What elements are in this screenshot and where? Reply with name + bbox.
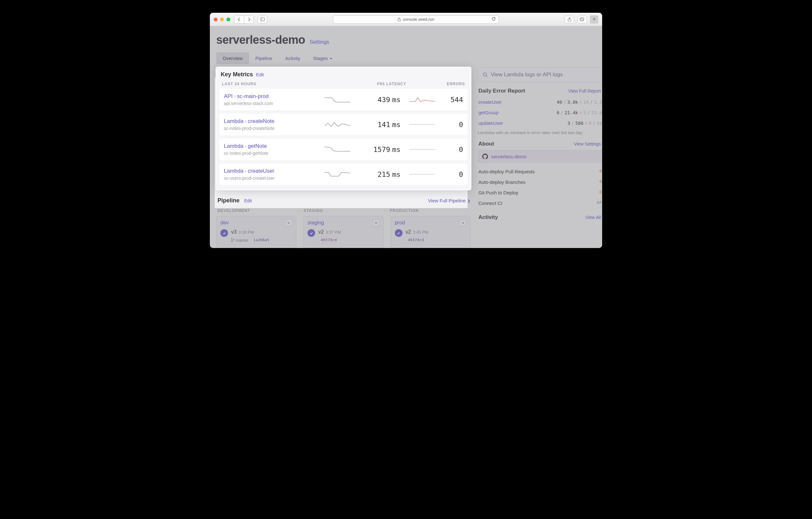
activity-title: Activity: [478, 214, 498, 221]
error-sparkline-icon: [409, 146, 435, 153]
stage-card-staging[interactable]: staging v23:37 PM 4937dcd: [303, 216, 383, 248]
metric-row[interactable]: API›sc-main-prod api.serverless-stack.co…: [220, 89, 468, 110]
chevron-down-icon: [375, 220, 377, 226]
new-tab-button[interactable]: +: [590, 15, 598, 24]
key-metrics-edit[interactable]: Edit: [256, 72, 264, 77]
stage-name: staging: [308, 220, 324, 226]
tabs-button[interactable]: [577, 16, 587, 23]
chevron-down-icon: [287, 220, 290, 226]
pipeline-panel: Pipeline Edit View Full Pipeline DEVELOP…: [216, 197, 471, 248]
error-fn-name[interactable]: updateUser: [478, 120, 503, 126]
view-settings-link[interactable]: View Settings: [574, 141, 602, 146]
build-version: v3: [231, 229, 237, 235]
tab-pipeline[interactable]: Pipeline: [249, 52, 279, 64]
error-sparkline-icon: [409, 121, 435, 128]
build-time: 3:37 PM: [326, 230, 341, 235]
sidebar-toggle-button[interactable]: [258, 16, 267, 23]
stage-menu-button[interactable]: [285, 220, 292, 226]
success-icon: [221, 229, 228, 237]
close-window-icon[interactable]: [214, 18, 218, 21]
build-time: 3:45 PM: [413, 230, 428, 235]
error-fn-name[interactable]: getGroup: [478, 110, 498, 115]
stage-label-prod: PRODUCTION: [390, 209, 469, 213]
app-title: serverless-demo: [216, 33, 305, 47]
metric-row[interactable]: Lambda›createNote sc-notes-prod-createNo…: [220, 114, 468, 135]
stage-card-prod[interactable]: prod v23:45 PM 4937dcd: [391, 216, 471, 248]
error-row[interactable]: updateUser 3/586↑0/588: [478, 118, 602, 128]
commit-sha[interactable]: 4937dcd: [318, 237, 339, 243]
latency-value: 1579: [374, 145, 390, 154]
about-label: Connect CI: [478, 200, 502, 206]
address-bar[interactable]: console.seed.run: [333, 15, 499, 24]
metric-row[interactable]: Lambda›getNote sc-notes-prod-getNote 157…: [220, 139, 468, 160]
toggle-state[interactable]: OFF: [597, 200, 602, 206]
view-full-pipeline-label: View Full Pipeline: [428, 198, 466, 203]
view-all-activity-link[interactable]: View All: [585, 215, 602, 220]
pipeline-edit[interactable]: Edit: [244, 198, 252, 203]
error-count: 544: [441, 96, 463, 104]
branch-label: master: [231, 238, 249, 243]
error-row[interactable]: createUser 40/3.0k↑14/3.3k: [478, 97, 602, 107]
error-stat: 586: [575, 121, 583, 126]
minimize-window-icon[interactable]: [220, 18, 224, 21]
metric-type: Lambda: [224, 168, 243, 174]
latency-unit: ms: [392, 145, 401, 154]
page: serverless-demo Settings Overview Pipeli…: [210, 26, 602, 248]
stage-card-dev[interactable]: dev v33:38 PM master 1a2: [216, 216, 296, 248]
error-stat: 23.8k: [591, 110, 602, 115]
pipeline-title: Pipeline: [218, 197, 239, 203]
chevron-down-icon: [462, 220, 464, 226]
toggle-state[interactable]: ON: [600, 169, 602, 174]
reload-icon[interactable]: [491, 17, 496, 22]
build-version: v2: [318, 229, 324, 235]
share-button[interactable]: [564, 16, 574, 23]
svg-rect-0: [261, 18, 265, 21]
forward-button[interactable]: [244, 16, 254, 23]
tab-activity[interactable]: Activity: [279, 52, 307, 64]
latency-sparkline-icon: [325, 145, 350, 154]
arrow-right-icon: →: [297, 209, 303, 213]
metric-name: createUser: [248, 168, 274, 174]
tab-overview[interactable]: Overview: [216, 52, 249, 64]
column-header-period: LAST 24 HOURS: [222, 82, 356, 86]
tab-stages[interactable]: Stages: [307, 52, 339, 64]
error-count: 0: [441, 145, 463, 154]
error-stat: 3.3k: [594, 100, 602, 105]
stage-menu-button[interactable]: [373, 220, 379, 226]
success-icon: [395, 229, 403, 237]
settings-link[interactable]: Settings: [310, 39, 329, 45]
error-stat: 0: [589, 121, 591, 126]
error-count: 0: [441, 170, 463, 179]
error-row[interactable]: getGroup 6/21.4k↑3/23.8k: [478, 107, 602, 118]
back-button[interactable]: [234, 16, 244, 23]
commit-sha[interactable]: 4937dcd: [406, 237, 427, 243]
error-report-title: Daily Error Report: [478, 88, 525, 94]
latency-sparkline-icon: [325, 95, 350, 104]
search-icon: [483, 72, 488, 77]
error-stat: 3: [568, 121, 570, 126]
svg-line-13: [486, 76, 487, 77]
error-stat: 3: [583, 110, 586, 115]
maximize-window-icon[interactable]: [227, 18, 230, 21]
repo-link[interactable]: serverless-demo: [478, 150, 602, 163]
log-search-input[interactable]: View Lambda logs or API logs: [478, 67, 602, 82]
toggle-state[interactable]: ON: [600, 190, 602, 195]
metric-type: Lambda: [224, 143, 243, 149]
metric-row[interactable]: Lambda›createUser sc-users-prod-createUs…: [220, 163, 468, 185]
chevron-right-icon: [467, 198, 469, 203]
latency-sparkline-icon: [325, 120, 350, 129]
chevron-down-icon: [330, 56, 332, 61]
activity-panel: Activity View All: [478, 214, 602, 221]
about-label: Auto-deploy Branches: [478, 180, 526, 185]
view-full-report-link[interactable]: View Full Report: [568, 88, 602, 93]
error-stat: 588: [597, 121, 602, 126]
view-full-pipeline-link[interactable]: View Full Pipeline: [428, 198, 469, 203]
commit-sha[interactable]: 1a266a5: [251, 237, 272, 243]
error-sparkline-icon: [409, 97, 435, 103]
svg-rect-5: [581, 18, 584, 20]
toggle-state[interactable]: ON: [600, 180, 602, 185]
latency-value: 141: [378, 121, 390, 129]
svg-rect-4: [580, 19, 583, 21]
stage-menu-button[interactable]: [460, 220, 467, 226]
error-fn-name[interactable]: createUser: [478, 99, 502, 105]
